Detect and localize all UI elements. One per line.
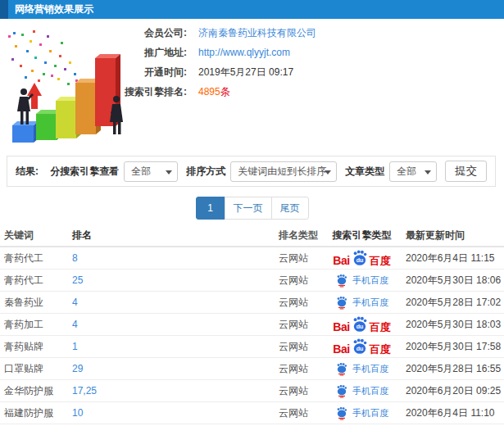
svg-text:du: du — [356, 346, 363, 352]
table-row: 口罩贴牌 29 云网站 手机百度 2020年5月28日 16:55 — [0, 358, 504, 380]
table-row: 膏药代工 8 云网站 Bai du 百度 2020年6月4日 11:15 — [0, 247, 504, 270]
article-type-label: 文章类型 — [345, 165, 384, 179]
ranking-count-label: 搜索引擎排名: — [0, 82, 187, 102]
keyword-cell: 膏药加工 — [0, 318, 68, 332]
mobile-baidu-label: 手机百度 — [352, 385, 388, 397]
chevron-down-icon — [325, 170, 331, 174]
baidu-paw-icon: du — [351, 316, 369, 333]
baidu-logo: Bai du 百度 — [333, 316, 390, 333]
results-filter-panel: 结果: 分搜索引擎查看 全部 排序方式 关键词由短到长排序 文章类型 全部 提交 — [7, 156, 496, 187]
mobile-baidu-paw-icon — [335, 384, 348, 398]
svg-text:du: du — [356, 257, 363, 264]
rank-type-cell: 云网站 — [275, 318, 322, 332]
article-type-select-value: 全部 — [397, 165, 416, 177]
title-bar: 网络营销效果展示 — [0, 0, 504, 19]
col-header-rank: 排名 — [68, 229, 275, 242]
engine-cell: Bai du 百度 — [322, 316, 402, 333]
engine-select-value: 全部 — [131, 165, 151, 177]
info-row-open-time: 开通时间: 2019年5月27日 09:17 — [0, 62, 393, 82]
mobile-baidu-label: 手机百度 — [352, 407, 388, 419]
engine-cell: 手机百度 — [322, 384, 402, 398]
table-row: 金华防护服 17,25 云网站 手机百度 2020年6月20日 09:25 — [0, 380, 504, 402]
rank-link[interactable]: 25 — [72, 274, 83, 286]
keyword-cell: 膏药贴牌 — [0, 340, 68, 354]
mobile-baidu-paw-icon — [335, 274, 348, 288]
keyword-cell: 福建防护服 — [0, 406, 68, 420]
table-row: 膏药贴牌 1 云网站 Bai du 百度 2020年5月30日 17:58 — [0, 336, 504, 358]
chevron-down-icon — [166, 170, 172, 174]
engine-cell: Bai du 百度 — [322, 250, 402, 266]
table-body: 膏药代工 8 云网站 Bai du 百度 2020年6月4日 11:15 膏药代… — [0, 247, 504, 424]
info-row-company: 会员公司: 济南秦鲁药业科技有限公司 — [0, 23, 393, 43]
results-label: 结果: — [16, 165, 39, 179]
table-header-row: 关键词 排名 排名类型 搜索引擎类型 最新更新时间 — [0, 225, 504, 247]
keyword-ranking-table: 关键词 排名 排名类型 搜索引擎类型 最新更新时间 膏药代工 8 云网站 Bai… — [0, 225, 504, 424]
rank-link[interactable]: 17,25 — [72, 385, 97, 397]
promo-url-link[interactable]: http://www.qlyyjt.com — [198, 47, 290, 58]
updated-cell: 2020年5月28日 17:02 — [402, 296, 504, 310]
last-page-button[interactable]: 尾页 — [271, 197, 309, 220]
chevron-down-icon — [425, 170, 431, 174]
open-time-label: 开通时间: — [0, 62, 187, 82]
keyword-cell: 秦鲁药业 — [0, 296, 68, 310]
mobile-baidu-paw-icon — [335, 362, 348, 376]
updated-cell: 2020年5月30日 18:06 — [402, 274, 504, 288]
engine-select[interactable]: 全部 — [124, 161, 178, 182]
col-header-keyword: 关键词 — [0, 229, 68, 242]
info-row-url: 推广地址: http://www.qlyyjt.com — [0, 43, 393, 62]
rank-link[interactable]: 4 — [72, 297, 78, 308]
submit-button[interactable]: 提交 — [445, 161, 487, 182]
page-button-current[interactable]: 1 — [196, 197, 225, 220]
rank-link[interactable]: 10 — [72, 407, 83, 419]
rank-link[interactable]: 8 — [72, 252, 78, 264]
col-header-engine-type: 搜索引擎类型 — [322, 229, 402, 242]
mobile-baidu-label: 手机百度 — [352, 274, 388, 287]
rank-link[interactable]: 4 — [72, 319, 78, 330]
baidu-logo: Bai du 百度 — [333, 338, 390, 355]
rank-link[interactable]: 1 — [72, 341, 78, 352]
keyword-cell: 金华防护服 — [0, 384, 68, 398]
next-page-button[interactable]: 下一页 — [225, 197, 272, 220]
info-row-ranking-count: 搜索引擎排名: 4895条 — [0, 82, 393, 102]
mobile-baidu-paw-icon — [335, 296, 348, 310]
article-type-select[interactable]: 全部 — [389, 161, 437, 182]
engine-cell: Bai du 百度 — [322, 338, 402, 355]
keyword-cell: 膏药代工 — [0, 252, 68, 265]
ranking-count-unit: 条 — [220, 86, 230, 97]
page-title: 网络营销效果展示 — [15, 0, 93, 19]
mobile-baidu-badge: 手机百度 — [335, 384, 388, 398]
updated-cell: 2020年5月30日 18:03 — [402, 318, 504, 332]
baidu-logo: Bai du 百度 — [333, 250, 390, 266]
sort-select-value: 关键词由短到长排序 — [238, 165, 326, 177]
pagination: 1 下一页 尾页 — [0, 197, 504, 220]
rank-type-cell: 云网站 — [275, 274, 322, 288]
rank-type-cell: 云网站 — [275, 406, 322, 420]
table-row: 福建防护服 10 云网站 手机百度 2020年6月4日 11:10 — [0, 402, 504, 424]
rank-type-cell: 云网站 — [275, 296, 322, 310]
engine-cell: 手机百度 — [322, 296, 402, 310]
engine-cell: 手机百度 — [322, 406, 402, 420]
rank-type-cell: 云网站 — [275, 340, 322, 354]
sort-filter-label: 排序方式 — [186, 165, 225, 179]
account-info-section: 会员公司: 济南秦鲁药业科技有限公司 推广地址: http://www.qlyy… — [0, 19, 504, 154]
col-header-rank-type: 排名类型 — [275, 229, 322, 242]
baidu-paw-icon: du — [351, 250, 369, 266]
promo-url-label: 推广地址: — [0, 43, 187, 62]
sort-select[interactable]: 关键词由短到长排序 — [230, 161, 337, 182]
updated-cell: 2020年6月4日 11:10 — [402, 406, 504, 420]
updated-cell: 2020年5月30日 17:58 — [402, 340, 504, 354]
table-row: 膏药代工 25 云网站 手机百度 2020年5月30日 18:06 — [0, 270, 504, 292]
rank-link[interactable]: 29 — [72, 363, 83, 374]
rank-type-cell: 云网站 — [275, 384, 322, 398]
keyword-cell: 膏药代工 — [0, 274, 68, 288]
rank-type-cell: 云网站 — [275, 362, 322, 376]
mobile-baidu-label: 手机百度 — [352, 297, 388, 309]
mobile-baidu-badge: 手机百度 — [335, 406, 388, 420]
company-link[interactable]: 济南秦鲁药业科技有限公司 — [198, 27, 316, 39]
svg-text:du: du — [356, 324, 363, 330]
engine-filter-label: 分搜索引擎查看 — [50, 165, 119, 179]
account-info-list: 会员公司: 济南秦鲁药业科技有限公司 推广地址: http://www.qlyy… — [0, 23, 393, 102]
keyword-cell: 口罩贴牌 — [0, 362, 68, 376]
title-bar-accent — [0, 0, 8, 19]
engine-cell: 手机百度 — [322, 274, 402, 288]
